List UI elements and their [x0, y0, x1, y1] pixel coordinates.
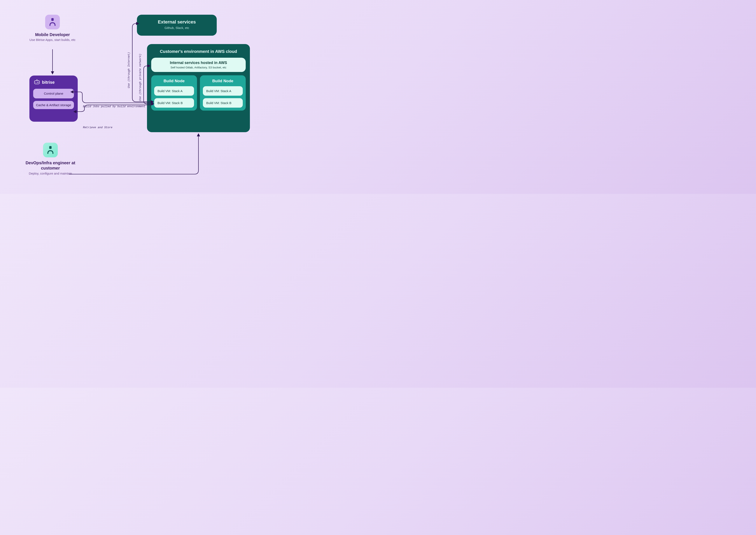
actor-title: DevOps/Infra engineer at customer — [19, 160, 82, 171]
bitrise-logo-icon — [34, 79, 40, 85]
build-node: Build Node Build VM: Stack A Build VM: S… — [151, 75, 197, 111]
svg-rect-1 — [49, 146, 51, 149]
svg-rect-2 — [34, 81, 40, 84]
build-vm: Build VM: Stack A — [203, 86, 243, 96]
svg-rect-0 — [51, 18, 53, 21]
actor-subtitle: Use Bitrise Apps, start builds, etc — [19, 38, 86, 42]
actor-subtitle: Deploy, configure and maintain — [19, 172, 82, 175]
external-subtitle: Github, Slack, etc — [137, 26, 217, 30]
edge-label-internet: Use (through Internet) — [127, 44, 131, 88]
external-services-box: External services Github, Slack, etc — [137, 15, 217, 36]
actor-title: Mobile Developer — [19, 32, 86, 37]
actor-mobile-developer: Mobile Developer Use Bitrise Apps, start… — [19, 15, 86, 42]
diagram-stage: Mobile Developer Use Bitrise Apps, start… — [0, 0, 274, 194]
build-nodes-row: Build Node Build VM: Stack A Build VM: S… — [151, 75, 246, 111]
svg-point-3 — [36, 82, 36, 82]
bitrise-brand-text: bitrise — [42, 80, 55, 85]
actor-devops-engineer: DevOps/Infra engineer at customer Deploy… — [19, 143, 82, 175]
build-node-title: Build Node — [203, 79, 243, 83]
customer-env-title: Customer's environment in AWS cloud — [151, 49, 246, 54]
build-vm: Build VM: Stack A — [154, 86, 194, 96]
build-node: Build Node Build VM: Stack A Build VM: S… — [200, 75, 246, 111]
build-vm: Build VM: Stack B — [203, 98, 243, 108]
person-icon — [45, 15, 60, 29]
bitrise-box: bitrise Control plane Cache & Artifact s… — [29, 75, 78, 122]
internal-title: Internal services hosted in AWS — [155, 61, 242, 65]
internal-subtitle: Self hosted Gitlab, Artifactory, S3 buck… — [155, 66, 242, 69]
svg-rect-4 — [37, 82, 39, 83]
edge-label-private: Use (through private network) — [138, 53, 142, 101]
bitrise-brand: bitrise — [33, 79, 74, 85]
external-title: External services — [137, 19, 217, 25]
edge-label-retrieve: Retrieve and Store — [83, 126, 112, 129]
svg-point-6 — [37, 79, 37, 80]
person-icon — [43, 143, 58, 157]
build-node-title: Build Node — [154, 79, 194, 83]
build-vm: Build VM: Stack B — [154, 98, 194, 108]
cache-artifact-box: Cache & Artifact storage — [33, 101, 74, 109]
internal-services-box: Internal services hosted in AWS Self hos… — [151, 58, 246, 72]
edge-label-build-jobs: Build Jobs pulled by build environment — [83, 105, 145, 108]
control-plane-box: Control plane — [33, 89, 74, 99]
customer-environment-box: Customer's environment in AWS cloud Inte… — [147, 44, 250, 132]
